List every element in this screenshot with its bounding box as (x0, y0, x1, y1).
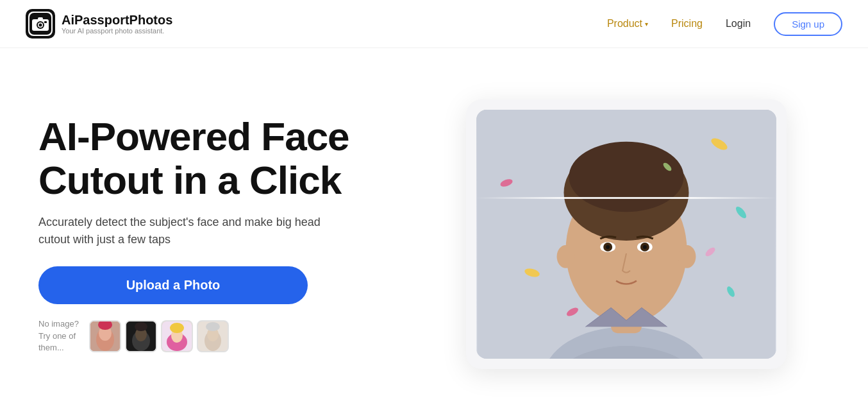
nav-product[interactable]: Product ▾ (607, 18, 648, 30)
svg-point-24 (206, 322, 220, 331)
photo-inner (476, 110, 776, 359)
svg-rect-8 (44, 21, 47, 23)
portrait-svg (476, 110, 776, 359)
no-image-text: No image?Try one ofthem... (38, 318, 79, 354)
svg-point-38 (557, 245, 575, 268)
sample-thumb-4[interactable] (197, 320, 229, 352)
logo-tagline: Your AI passport photo assistant. (62, 27, 172, 35)
sample-thumbs (89, 320, 229, 352)
sample-thumb-1[interactable] (89, 320, 121, 352)
sample-thumb-2[interactable] (125, 320, 157, 352)
svg-point-39 (678, 245, 696, 268)
logo[interactable]: AiPassportPhotos Your AI passport photo … (26, 9, 172, 39)
sample-thumb-3[interactable] (161, 320, 193, 352)
chevron-down-icon: ▾ (645, 21, 648, 28)
sample-area: No image?Try one ofthem... (38, 318, 372, 354)
svg-point-37 (643, 245, 647, 249)
svg-point-6 (39, 24, 42, 27)
portrait-background (476, 110, 776, 359)
hero-right (423, 99, 830, 369)
hero-title: AI-Powered Face Cutout in a Click (38, 115, 372, 202)
upload-photo-button[interactable]: Upload a Photo (38, 266, 308, 304)
scan-line (476, 197, 776, 199)
svg-point-16 (135, 322, 147, 331)
svg-point-31 (569, 142, 683, 212)
hero-left: AI-Powered Face Cutout in a Click Accura… (38, 115, 372, 354)
logo-icon (26, 9, 55, 39)
svg-point-20 (170, 323, 184, 333)
nav-login[interactable]: Login (726, 18, 751, 30)
nav-pricing[interactable]: Pricing (671, 18, 703, 30)
photo-card (466, 99, 787, 369)
signup-button[interactable]: Sign up (774, 12, 842, 36)
main-nav: Product ▾ Pricing Login Sign up (607, 12, 842, 36)
hero-subtitle: Accurately detect the subject's face and… (38, 214, 346, 248)
logo-text: AiPassportPhotos Your AI passport photo … (62, 13, 172, 35)
svg-point-36 (606, 245, 610, 249)
svg-rect-7 (38, 17, 43, 20)
hero-section: AI-Powered Face Cutout in a Click Accura… (0, 48, 868, 403)
logo-name: AiPassportPhotos (62, 13, 172, 27)
